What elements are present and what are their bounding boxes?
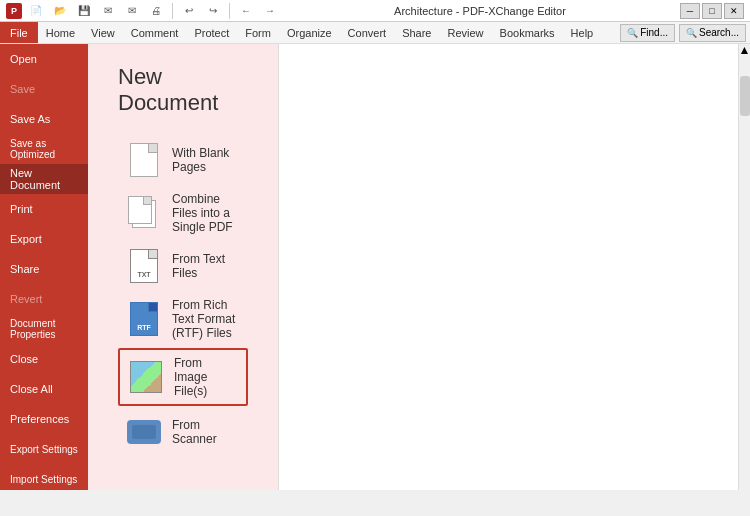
sidebar: Open Save Save As Save as Optimized New … bbox=[0, 44, 88, 490]
menu-convert[interactable]: Convert bbox=[340, 22, 395, 43]
sidebar-item-close[interactable]: Close bbox=[0, 344, 88, 374]
sidebar-item-export[interactable]: Export bbox=[0, 224, 88, 254]
rtf-label: RTF bbox=[137, 324, 151, 331]
multi-icon-shape bbox=[128, 196, 160, 230]
window-title: Architecture - PDF-XChange Editor bbox=[280, 5, 680, 17]
right-panel bbox=[278, 44, 738, 490]
close-btn[interactable]: ✕ bbox=[724, 3, 744, 19]
qa-print[interactable]: 🖨 bbox=[146, 1, 166, 21]
window-controls: ─ □ ✕ bbox=[680, 3, 744, 19]
from-text-icon: TXT bbox=[126, 248, 162, 284]
sidebar-item-open[interactable]: Open bbox=[0, 44, 88, 74]
scroll-thumb[interactable] bbox=[740, 76, 750, 116]
search-label: Search... bbox=[699, 27, 739, 38]
menu-comment[interactable]: Comment bbox=[123, 22, 187, 43]
qa-save[interactable]: 💾 bbox=[74, 1, 94, 21]
title-bar-left: P 📄 📂 💾 ✉ ✉ 🖨 ↩ ↪ ← → bbox=[6, 1, 280, 21]
sidebar-item-import-settings[interactable]: Import Settings bbox=[0, 464, 88, 490]
scanner-icon-shape bbox=[127, 420, 161, 444]
qa-new[interactable]: 📄 bbox=[26, 1, 46, 21]
qa-undo[interactable]: ↩ bbox=[179, 1, 199, 21]
option-combine-files[interactable]: Combine Files into a Single PDF bbox=[118, 186, 248, 240]
menu-help[interactable]: Help bbox=[563, 22, 602, 43]
from-text-label: From Text Files bbox=[172, 252, 240, 280]
txt-icon-shape: TXT bbox=[130, 249, 158, 283]
page2 bbox=[128, 196, 152, 224]
menu-view[interactable]: View bbox=[83, 22, 123, 43]
qa-redo[interactable]: ↪ bbox=[203, 1, 223, 21]
rtf-icon-shape: RTF bbox=[130, 302, 158, 336]
menu-review[interactable]: Review bbox=[439, 22, 491, 43]
option-from-image[interactable]: From Image File(s) bbox=[118, 348, 248, 406]
find-label: Find... bbox=[640, 27, 668, 38]
maximize-btn[interactable]: □ bbox=[702, 3, 722, 19]
scroll-up-btn[interactable]: ▲ bbox=[740, 44, 750, 56]
option-from-text[interactable]: TXT From Text Files bbox=[118, 242, 248, 290]
from-image-icon bbox=[128, 359, 164, 395]
qa-mail2[interactable]: ✉ bbox=[122, 1, 142, 21]
option-blank-pages[interactable]: With Blank Pages bbox=[118, 136, 248, 184]
qa-sep2 bbox=[229, 3, 230, 19]
qa-open[interactable]: 📂 bbox=[50, 1, 70, 21]
sidebar-item-share[interactable]: Share bbox=[0, 254, 88, 284]
scanner-inner bbox=[132, 425, 156, 439]
from-image-label: From Image File(s) bbox=[174, 356, 238, 398]
menu-protect[interactable]: Protect bbox=[186, 22, 237, 43]
menu-share[interactable]: Share bbox=[394, 22, 439, 43]
option-from-rtf[interactable]: RTF From Rich Text Format (RTF) Files bbox=[118, 292, 248, 346]
sidebar-item-save-as[interactable]: Save As bbox=[0, 104, 88, 134]
image-icon-inner bbox=[131, 362, 161, 392]
search-button[interactable]: 🔍 Search... bbox=[679, 24, 746, 42]
from-scanner-icon bbox=[126, 414, 162, 450]
content-title: New Document bbox=[118, 64, 248, 116]
combine-files-icon bbox=[126, 195, 162, 231]
option-from-scanner[interactable]: From Scanner bbox=[118, 408, 248, 456]
minimize-btn[interactable]: ─ bbox=[680, 3, 700, 19]
blank-pages-icon bbox=[126, 142, 162, 178]
qa-back[interactable]: ← bbox=[236, 1, 256, 21]
sidebar-item-preferences[interactable]: Preferences bbox=[0, 404, 88, 434]
qa-mail1[interactable]: ✉ bbox=[98, 1, 118, 21]
image-icon-shape bbox=[130, 361, 162, 393]
content-area: New Document With Blank Pages Combine Fi… bbox=[88, 44, 278, 490]
txt-label: TXT bbox=[137, 271, 150, 278]
from-rtf-icon: RTF bbox=[126, 301, 162, 337]
from-rtf-label: From Rich Text Format (RTF) Files bbox=[172, 298, 240, 340]
sidebar-item-close-all[interactable]: Close All bbox=[0, 374, 88, 404]
menu-form[interactable]: Form bbox=[237, 22, 279, 43]
menu-bar: File Home View Comment Protect Form Orga… bbox=[0, 22, 750, 44]
title-bar: P 📄 📂 💾 ✉ ✉ 🖨 ↩ ↪ ← → Architecture - PDF… bbox=[0, 0, 750, 22]
sidebar-item-doc-properties[interactable]: Document Properties bbox=[0, 314, 88, 344]
sidebar-item-save: Save bbox=[0, 74, 88, 104]
app-icon: P bbox=[6, 3, 22, 19]
right-toolbar: 🔍 Find... 🔍 Search... bbox=[620, 24, 750, 42]
sidebar-item-revert: Revert bbox=[0, 284, 88, 314]
scrollbar[interactable]: ▲ bbox=[738, 44, 750, 490]
qa-fwd[interactable]: → bbox=[260, 1, 280, 21]
menu-file[interactable]: File bbox=[0, 22, 38, 43]
menu-bookmarks[interactable]: Bookmarks bbox=[492, 22, 563, 43]
qa-sep1 bbox=[172, 3, 173, 19]
blank-icon-shape bbox=[130, 143, 158, 177]
sidebar-item-new-document[interactable]: New Document bbox=[0, 164, 88, 194]
menu-home[interactable]: Home bbox=[38, 22, 83, 43]
main-layout: Open Save Save As Save as Optimized New … bbox=[0, 44, 750, 490]
menu-organize[interactable]: Organize bbox=[279, 22, 340, 43]
sidebar-item-print[interactable]: Print bbox=[0, 194, 88, 224]
blank-pages-label: With Blank Pages bbox=[172, 146, 240, 174]
combine-files-label: Combine Files into a Single PDF bbox=[172, 192, 240, 234]
sidebar-item-export-settings[interactable]: Export Settings bbox=[0, 434, 88, 464]
from-scanner-label: From Scanner bbox=[172, 418, 240, 446]
find-button[interactable]: 🔍 Find... bbox=[620, 24, 675, 42]
sidebar-item-save-optimized[interactable]: Save as Optimized bbox=[0, 134, 88, 164]
